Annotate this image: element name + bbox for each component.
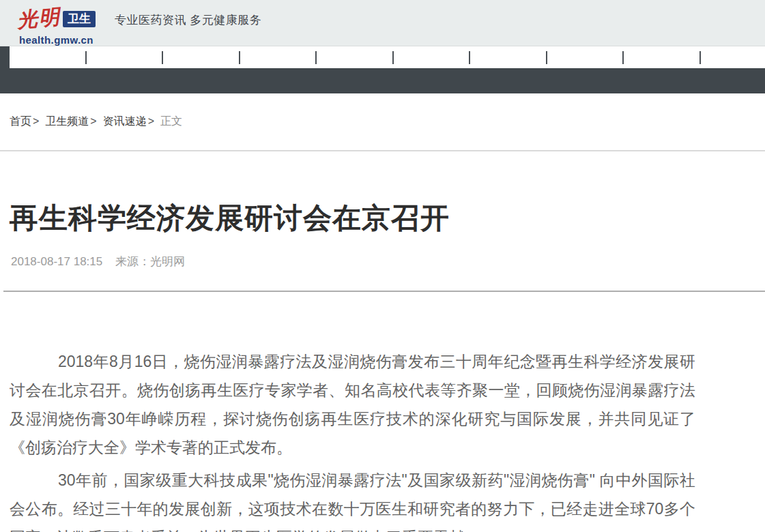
breadcrumb: 首页>卫生频道>资讯速递>正文	[0, 93, 765, 151]
site-header: 光明 卫生 health.gmw.cn 专业医药资讯 多元健康服务	[0, 0, 765, 46]
article-title: 再生科学经济发展研讨会在京召开	[10, 202, 765, 235]
nav-item[interactable]	[240, 46, 316, 68]
site-logo[interactable]: 光明 卫生 health.gmw.cn	[17, 5, 96, 46]
site-tagline: 专业医药资讯 多元健康服务	[115, 12, 261, 28]
article-date: 2018-08-17 18:15	[11, 255, 102, 268]
breadcrumb-link[interactable]: 资讯速递	[103, 115, 147, 127]
breadcrumb-separator: >	[33, 115, 39, 127]
nav-item[interactable]	[87, 46, 162, 68]
article-paragraph: 2018年8月16日，烧伤湿润暴露疗法及湿润烧伤膏发布三十周年纪念暨再生科学经济…	[10, 347, 695, 462]
breadcrumb-link[interactable]: 卫生频道	[45, 115, 89, 127]
logo-health-badge: 卫生	[63, 11, 96, 27]
article-meta: 2018-08-17 18:15 来源：光明网	[11, 255, 765, 269]
logo-guangming-script: 光明	[16, 3, 61, 34]
breadcrumb-link[interactable]: 首页	[10, 115, 31, 127]
nav-item[interactable]	[10, 46, 85, 68]
breadcrumb-separator: >	[148, 115, 154, 127]
title-divider	[3, 291, 765, 292]
main-nav	[0, 46, 765, 93]
nav-item[interactable]	[317, 46, 392, 68]
article: 再生科学经济发展研讨会在京召开 2018-08-17 18:15 来源：光明网 …	[0, 202, 765, 532]
nav-item[interactable]	[394, 46, 470, 68]
breadcrumb-current: 正文	[160, 115, 182, 127]
nav-menu	[10, 46, 765, 68]
article-source: 来源：光明网	[115, 255, 185, 268]
breadcrumb-separator: >	[90, 115, 96, 127]
nav-item[interactable]	[470, 46, 546, 68]
nav-item[interactable]	[624, 46, 699, 68]
nav-item[interactable]	[163, 46, 239, 68]
article-paragraph: 30年前，国家级重大科技成果"烧伤湿润暴露疗法"及国家级新药"湿润烧伤膏" 向中…	[10, 466, 695, 532]
nav-item[interactable]	[701, 46, 765, 68]
logo-domain-text: health.gmw.cn	[19, 34, 96, 46]
nav-item[interactable]	[547, 46, 623, 68]
